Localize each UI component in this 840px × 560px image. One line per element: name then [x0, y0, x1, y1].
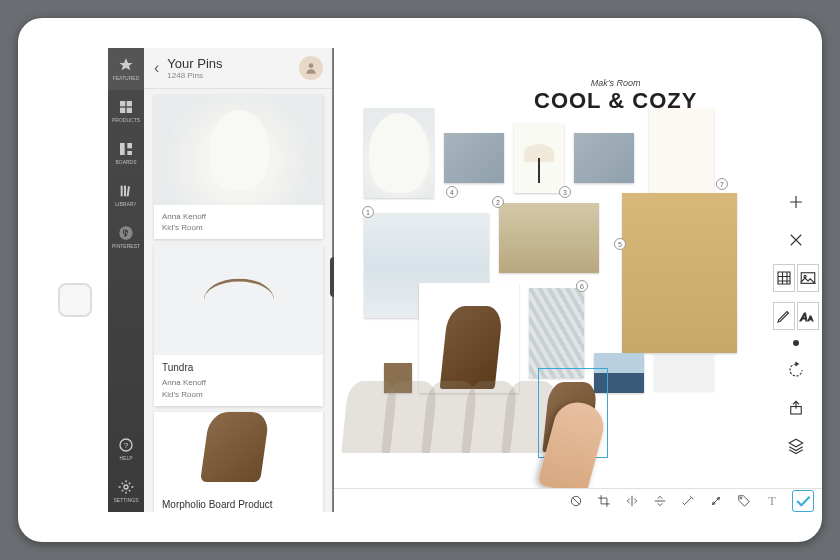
polar-bear-image: [154, 95, 323, 205]
svg-text:A: A: [800, 311, 808, 323]
pin-title: Morpholio Board Product Management: [162, 498, 315, 512]
svg-rect-4: [120, 143, 125, 155]
chair-image: [154, 412, 323, 492]
crop-button[interactable]: [596, 493, 612, 509]
board-subtitle: Mak's Room: [534, 78, 697, 88]
nav-settings[interactable]: SETTINGS: [108, 470, 144, 512]
nav-library[interactable]: LIBRARY: [108, 174, 144, 216]
indicator-dot: [793, 340, 799, 346]
close-button[interactable]: [782, 226, 810, 254]
item-number: 2: [492, 196, 504, 208]
flip-h-button[interactable]: [624, 493, 640, 509]
svg-rect-8: [124, 186, 126, 197]
item-number: 1: [362, 206, 374, 218]
svg-rect-0: [120, 101, 125, 106]
pin-board: Kid's Room: [162, 222, 315, 233]
home-button[interactable]: [58, 283, 92, 317]
pin-user: Anna Kenoff: [162, 377, 315, 388]
left-nav: FEATURED PRODUCTS BOARDS LIBRARY PINTERE…: [108, 48, 144, 512]
add-button[interactable]: [782, 188, 810, 216]
svg-point-13: [124, 485, 128, 489]
board-item-bed[interactable]: [499, 203, 599, 273]
board-item-lamp[interactable]: [514, 123, 564, 193]
pins-panel: ‹ Your Pins 1248 Pins Anna Kenoff Kid's …: [144, 48, 334, 512]
text-tool-button[interactable]: T: [764, 493, 780, 509]
svg-rect-7: [121, 186, 123, 197]
nav-label: SETTINGS: [113, 497, 138, 503]
svg-rect-6: [127, 151, 132, 155]
rotate-button[interactable]: [782, 356, 810, 384]
panel-header: ‹ Your Pins 1248 Pins: [144, 48, 333, 89]
svg-rect-2: [120, 108, 125, 113]
svg-rect-5: [127, 143, 132, 148]
share-button[interactable]: [782, 394, 810, 422]
back-button[interactable]: ‹: [154, 59, 159, 77]
wand-button[interactable]: [680, 493, 696, 509]
nav-label: HELP: [119, 455, 132, 461]
ban-button[interactable]: [568, 493, 584, 509]
svg-point-14: [309, 63, 314, 68]
grid-button[interactable]: [773, 264, 795, 292]
antler-image: [154, 245, 323, 355]
flip-v-button[interactable]: [652, 493, 668, 509]
ipad-frame: FEATURED PRODUCTS BOARDS LIBRARY PINTERE…: [18, 18, 822, 542]
pin-board: Kid's Room: [162, 389, 315, 400]
bottom-toolbar: T: [334, 488, 822, 512]
pin-title: Tundra: [162, 361, 315, 375]
nav-featured[interactable]: FEATURED: [108, 48, 144, 90]
pin-card[interactable]: Anna Kenoff Kid's Room: [154, 95, 323, 239]
board-item-faded[interactable]: [654, 353, 714, 391]
tag-button[interactable]: [736, 493, 752, 509]
app-screen: FEATURED PRODUCTS BOARDS LIBRARY PINTERE…: [108, 48, 822, 512]
svg-text:A: A: [808, 314, 813, 323]
item-number: 4: [446, 186, 458, 198]
text-style-button[interactable]: AA: [797, 302, 819, 330]
nav-label: PINTEREST: [112, 243, 140, 249]
nav-products[interactable]: PRODUCTS: [108, 90, 144, 132]
svg-text:?: ?: [124, 441, 129, 450]
mood-board: Mak's Room COOL & COZY 4 3 7 1 2 5: [364, 78, 762, 398]
board-item-pillow[interactable]: [574, 133, 634, 183]
nav-label: LIBRARY: [115, 201, 136, 207]
nav-pinterest[interactable]: PINTEREST: [108, 216, 144, 258]
panel-subtitle: 1248 Pins: [167, 71, 222, 80]
pin-user: Anna Kenoff: [162, 211, 315, 222]
item-number: 3: [559, 186, 571, 198]
user-avatar[interactable]: [299, 56, 323, 80]
board-item-shelf[interactable]: [622, 193, 737, 353]
pin-card[interactable]: Morpholio Board Product Management: [154, 412, 323, 512]
pin-card[interactable]: Tundra Anna Kenoff Kid's Room: [154, 245, 323, 405]
nav-label: FEATURED: [113, 75, 140, 81]
confirm-button[interactable]: [792, 490, 814, 512]
svg-rect-1: [127, 101, 132, 106]
item-number: 6: [576, 280, 588, 292]
nav-help[interactable]: ? HELP: [108, 428, 144, 470]
board-item-bear[interactable]: [364, 108, 434, 198]
svg-point-10: [119, 226, 132, 239]
board-item-pillow[interactable]: [444, 133, 504, 183]
layers-button[interactable]: [782, 432, 810, 460]
nav-label: PRODUCTS: [112, 117, 140, 123]
svg-point-23: [740, 497, 742, 499]
right-toolbar: AA: [778, 188, 814, 460]
svg-rect-3: [127, 108, 132, 113]
edit-button[interactable]: [773, 302, 795, 330]
board-item-typography[interactable]: [649, 108, 714, 193]
nav-label: BOARDS: [115, 159, 136, 165]
item-number: 5: [614, 238, 626, 250]
panel-title: Your Pins: [167, 56, 222, 71]
svg-rect-9: [127, 186, 130, 196]
nav-boards[interactable]: BOARDS: [108, 132, 144, 174]
item-number: 7: [716, 178, 728, 190]
adjust-button[interactable]: [708, 493, 724, 509]
image-button[interactable]: [797, 264, 819, 292]
